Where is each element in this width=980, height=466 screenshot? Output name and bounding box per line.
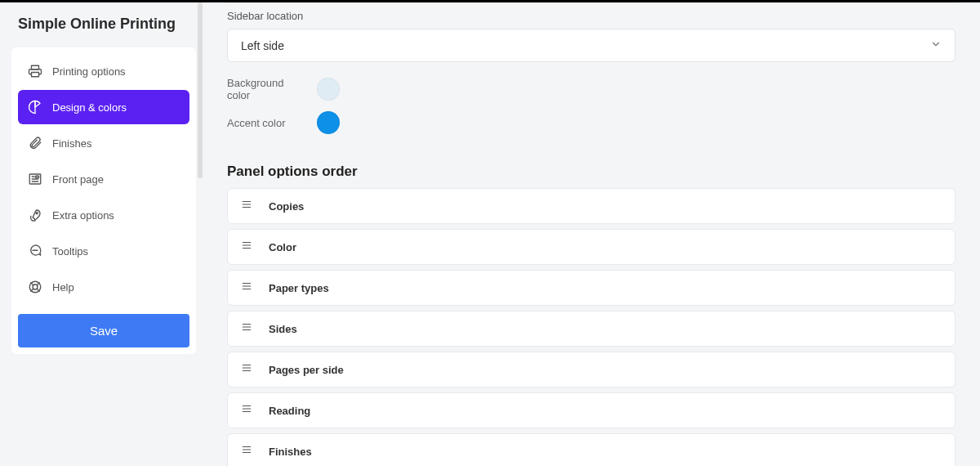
sidebar-item-tooltips[interactable]: Tooltips [18, 234, 189, 268]
save-button[interactable]: Save [18, 314, 189, 347]
accent-color-swatch[interactable] [317, 111, 340, 134]
printer-icon [28, 64, 42, 78]
palette-icon [28, 100, 42, 114]
panel-item-label: Color [269, 241, 296, 253]
panel-item[interactable]: Sides [227, 311, 956, 347]
sidebar-item-label: Front page [52, 173, 104, 186]
drag-handle-icon[interactable] [239, 362, 254, 377]
lifebuoy-icon [28, 280, 42, 294]
sidebar-item-label: Tooltips [52, 245, 88, 258]
panel-item[interactable]: Reading [227, 392, 956, 428]
panel-item-label: Finishes [269, 446, 312, 458]
sidebar-item-help[interactable]: Help [18, 270, 189, 304]
paperclip-icon [28, 136, 42, 150]
panel-item-label: Sides [269, 323, 297, 335]
newspaper-icon [28, 172, 42, 186]
sidebar-item-label: Extra options [52, 209, 114, 222]
panel-item[interactable]: Finishes [227, 433, 956, 466]
sidebar: Simple Online Printing Printing options … [0, 2, 203, 466]
drag-handle-icon[interactable] [239, 240, 254, 254]
select-value: Left side [241, 39, 284, 52]
background-color-row: Background color [227, 77, 956, 101]
sidebar-item-finishes[interactable]: Finishes [18, 126, 189, 160]
chevron-down-icon [930, 38, 942, 52]
sidebar-item-label: Printing options [52, 65, 126, 78]
panel-item[interactable]: Copies [227, 188, 956, 224]
main-content: Sidebar location Left side Background co… [203, 2, 980, 466]
svg-rect-1 [32, 73, 39, 77]
content-card-top [227, 2, 956, 3]
sidebar-item-label: Help [52, 281, 74, 293]
panel-item-label: Reading [269, 405, 310, 417]
panel-item[interactable]: Paper types [227, 270, 956, 306]
sidebar-item-design-colors[interactable]: Design & colors [18, 90, 189, 124]
sidebar-location-label: Sidebar location [227, 10, 956, 22]
background-color-swatch[interactable] [317, 78, 340, 101]
panel-options-heading: Panel options order [227, 164, 956, 180]
sidebar-nav: Printing options Design & colors Finishe… [11, 47, 196, 354]
rocket-icon [28, 208, 42, 222]
svg-rect-0 [32, 65, 39, 69]
drag-handle-icon[interactable] [239, 199, 254, 213]
panel-item-label: Copies [269, 200, 304, 213]
sidebar-item-label: Finishes [52, 137, 91, 150]
panel-options-list: Copies Color Paper types Sides Pages per… [227, 188, 956, 466]
panel-item-label: Pages per side [269, 364, 344, 376]
panel-item[interactable]: Color [227, 229, 956, 265]
sidebar-item-front-page[interactable]: Front page [18, 162, 189, 196]
app-title: Simple Online Printing [11, 2, 196, 47]
background-color-label: Background color [227, 77, 305, 101]
sidebar-item-printing-options[interactable]: Printing options [18, 54, 189, 88]
panel-item[interactable]: Pages per side [227, 352, 956, 388]
drag-handle-icon[interactable] [239, 280, 254, 295]
sidebar-item-extra-options[interactable]: Extra options [18, 198, 189, 232]
message-icon [28, 244, 42, 258]
accent-color-row: Accent color [227, 111, 956, 134]
sidebar-location-select[interactable]: Left side [227, 29, 956, 62]
sidebar-item-label: Design & colors [52, 101, 127, 114]
drag-handle-icon[interactable] [239, 444, 254, 459]
svg-rect-6 [36, 176, 39, 177]
svg-point-7 [36, 213, 38, 214]
drag-handle-icon[interactable] [239, 321, 254, 336]
panel-item-label: Paper types [269, 282, 329, 294]
drag-handle-icon[interactable] [239, 403, 254, 418]
accent-color-label: Accent color [227, 117, 305, 129]
